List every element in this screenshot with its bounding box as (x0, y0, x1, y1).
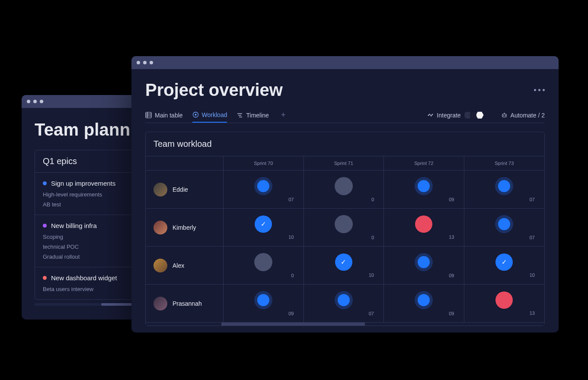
svg-point-9 (428, 115, 429, 116)
epic-title: New dashboard widget (51, 274, 117, 282)
integrate-label: Integrate (437, 112, 460, 119)
workload-value: 10 (288, 234, 303, 240)
tab-timeline[interactable]: Timeline (236, 108, 268, 123)
workload-cell[interactable]: 0 (304, 208, 384, 246)
workload-value: 10 (530, 272, 544, 278)
traffic-light-dot[interactable] (150, 61, 153, 64)
workload-value: 09 (449, 273, 463, 278)
target-icon (192, 111, 199, 118)
page-title: Project overview (145, 80, 283, 100)
workload-indicator (495, 177, 513, 195)
workload-value: 07 (369, 311, 383, 316)
person-name: Alex (173, 262, 184, 269)
more-menu-button[interactable] (534, 89, 545, 91)
traffic-light-dot[interactable] (33, 100, 37, 103)
workload-cell[interactable]: 07 (304, 284, 384, 322)
workload-indicator (254, 253, 272, 271)
person-name: Kimberly (173, 224, 196, 231)
person-cell[interactable]: Alex (146, 246, 224, 284)
workload-value: 0 (291, 273, 303, 278)
workload-cell[interactable]: ✓10 (224, 208, 304, 246)
svg-point-5 (195, 114, 196, 116)
svg-point-12 (503, 115, 504, 116)
workload-cell[interactable]: 13 (384, 208, 464, 246)
workload-indicator (254, 291, 272, 309)
board-title: Team workload (146, 132, 544, 156)
status-dot (43, 224, 47, 228)
workload-indicator (495, 291, 513, 309)
workload-value: 09 (449, 311, 463, 316)
check-icon: ✓ (261, 220, 266, 228)
workload-value: 10 (369, 272, 383, 278)
workload-cell[interactable]: 07 (224, 170, 304, 208)
workload-indicator (415, 215, 432, 233)
check-icon: ✓ (341, 258, 346, 266)
workload-value: 13 (449, 234, 463, 240)
workload-cell[interactable]: ✓10 (304, 246, 384, 284)
workload-indicator (335, 215, 353, 233)
traffic-light-dot[interactable] (40, 100, 43, 103)
horizontal-scrollbar[interactable] (146, 322, 544, 326)
tabs-row: Main table Workload Timeline + (145, 108, 545, 123)
person-cell[interactable]: Prasannah (146, 284, 224, 322)
workload-indicator (495, 215, 513, 233)
workload-indicator (415, 291, 433, 309)
status-dot (43, 181, 47, 185)
epic-title: Sign up improvements (51, 180, 115, 187)
gitlab-icon (476, 111, 484, 119)
workload-value: 13 (530, 310, 544, 316)
workload-cell[interactable]: 09 (384, 284, 464, 322)
timeline-icon (236, 112, 243, 118)
workload-indicator (415, 177, 433, 195)
person-name: Eddie (173, 186, 188, 193)
avatar (153, 221, 167, 234)
workload-indicator (335, 291, 353, 309)
traffic-light-dot[interactable] (27, 100, 30, 103)
person-cell[interactable]: Kimberly (146, 208, 224, 246)
svg-point-10 (432, 114, 433, 115)
workload-value: 07 (288, 197, 303, 202)
column-header: Sprint 71 (304, 156, 384, 170)
column-header: Sprint 73 (464, 156, 545, 170)
tab-label: Timeline (246, 112, 268, 119)
avatar (153, 259, 167, 272)
workload-cell[interactable]: 09 (384, 170, 464, 208)
column-header-blank (146, 156, 224, 170)
add-tab-button[interactable]: + (278, 111, 288, 120)
workload-indicator: ✓ (255, 215, 272, 233)
epic-title: New billing infra (51, 222, 97, 229)
workload-cell[interactable]: 13 (464, 284, 545, 322)
check-icon: ✓ (502, 258, 507, 266)
workload-value: 0 (371, 235, 383, 240)
integrate-icon (427, 112, 434, 118)
automate-label: Automate / 2 (511, 112, 545, 119)
table-icon (145, 112, 152, 118)
workload-cell[interactable]: 0 (304, 170, 384, 208)
workload-cell[interactable]: 0 (224, 246, 304, 284)
column-header: Sprint 72 (384, 156, 464, 170)
tab-workload[interactable]: Workload (192, 108, 227, 123)
person-cell[interactable]: Eddie (146, 170, 224, 208)
workload-cell[interactable]: 09 (224, 284, 304, 322)
automate-button[interactable]: Automate / 2 (501, 112, 545, 119)
workload-indicator (335, 177, 353, 195)
workload-indicator (254, 177, 272, 195)
workload-cell[interactable]: 09 (384, 246, 464, 284)
workload-indicator: ✓ (335, 253, 352, 271)
workload-cell[interactable]: ✓10 (464, 246, 545, 284)
avatar (153, 183, 167, 196)
status-dot (43, 276, 47, 280)
workload-value: 09 (288, 311, 303, 316)
workload-value: 0 (371, 197, 383, 202)
svg-point-13 (505, 115, 505, 116)
traffic-light-dot[interactable] (137, 61, 140, 64)
workload-value: 07 (530, 235, 544, 240)
workload-cell[interactable]: 07 (464, 208, 545, 246)
project-overview-window: Project overview Main table Workload (131, 56, 559, 332)
workload-value: 09 (449, 197, 463, 202)
integrate-button[interactable]: Integrate (427, 111, 483, 119)
workload-cell[interactable]: 07 (464, 170, 545, 208)
traffic-light-dot[interactable] (143, 61, 147, 64)
tab-main-table[interactable]: Main table (145, 108, 183, 123)
integration-badges (466, 111, 484, 119)
